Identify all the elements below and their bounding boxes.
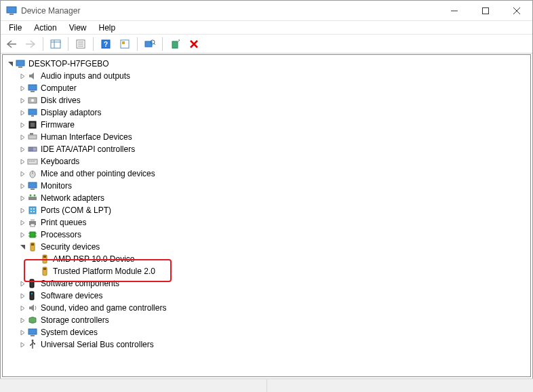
tree-root-node[interactable]: DESKTOP-H7FGEBO: [3, 58, 530, 70]
svg-line-19: [154, 43, 155, 45]
tree-node-label: Security devices: [41, 242, 100, 252]
expand-icon[interactable]: [18, 317, 27, 324]
tree-category-node[interactable]: Audio inputs and outputs: [3, 70, 530, 82]
tree-category-node[interactable]: System devices: [3, 326, 530, 338]
svg-point-52: [33, 211, 35, 212]
svg-rect-66: [43, 268, 46, 270]
monitor-icon: [27, 180, 38, 191]
expand-icon[interactable]: [18, 171, 27, 177]
tree-node-label: Display adaptors: [41, 108, 101, 117]
expand-icon[interactable]: [18, 342, 27, 348]
properties-button[interactable]: [73, 37, 89, 52]
network-icon: [27, 193, 38, 203]
tree-node-label: Audio inputs and outputs: [41, 71, 130, 81]
svg-rect-22: [18, 66, 22, 68]
expand-icon[interactable]: [18, 73, 27, 79]
svg-rect-44: [31, 189, 35, 190]
tree-category-node[interactable]: Sound, video and game controllers: [3, 302, 530, 314]
tree-category-node[interactable]: Software components: [3, 277, 530, 290]
display-icon: [27, 107, 38, 118]
svg-point-26: [31, 99, 34, 102]
tree-node-label: Processors: [41, 230, 81, 239]
collapse-icon[interactable]: [5, 61, 15, 67]
tree-category-node[interactable]: Ports (COM & LPT): [3, 204, 530, 216]
collapse-icon[interactable]: [18, 244, 27, 250]
svg-point-68: [31, 281, 33, 282]
action-button[interactable]: [117, 37, 133, 52]
toolbar-separator: [43, 37, 43, 51]
tree-category-node[interactable]: Security devices: [3, 241, 530, 253]
expand-icon[interactable]: [18, 85, 27, 92]
tree-category-node[interactable]: Disk drives: [3, 94, 530, 106]
tree-node-label: Software devices: [41, 291, 102, 300]
svg-text:?: ?: [104, 41, 108, 48]
expand-icon[interactable]: [18, 293, 27, 299]
svg-rect-31: [28, 135, 37, 139]
tree-category-node[interactable]: Computer: [3, 82, 530, 94]
tree-device-node[interactable]: AMD PSP 10.0 Device: [3, 253, 530, 265]
scan-hardware-button[interactable]: [142, 37, 158, 52]
expand-icon[interactable]: [18, 305, 27, 311]
expand-icon[interactable]: [18, 281, 27, 287]
menu-help[interactable]: Help: [94, 22, 121, 34]
tree-category-node[interactable]: Universal Serial Bus controllers: [3, 338, 530, 351]
tree-category-node[interactable]: Print queues: [3, 216, 530, 229]
remove-device-button[interactable]: [186, 37, 202, 52]
expand-icon[interactable]: [18, 146, 27, 153]
processor-icon: [27, 229, 38, 240]
tree-category-node[interactable]: Keyboards: [3, 155, 530, 168]
maximize-button[interactable]: [470, 1, 501, 21]
expand-icon[interactable]: [18, 330, 27, 336]
tree-category-node[interactable]: Storage controllers: [3, 314, 530, 326]
tree-category-node[interactable]: Software devices: [3, 290, 530, 302]
expand-icon[interactable]: [18, 134, 27, 140]
toolbar-separator: [93, 37, 94, 51]
menubar: File Action View Help: [1, 21, 532, 35]
expand-icon[interactable]: [18, 220, 27, 226]
tree-node-label: Sound, video and game controllers: [41, 303, 166, 313]
expand-icon[interactable]: [18, 232, 27, 238]
expand-icon[interactable]: [18, 159, 27, 165]
expand-icon[interactable]: [18, 122, 27, 128]
tree-category-node[interactable]: Mice and other pointing devices: [3, 168, 530, 180]
menu-view[interactable]: View: [64, 22, 92, 34]
svg-point-47: [34, 195, 36, 197]
tree-device-node[interactable]: Trusted Platform Module 2.0: [3, 265, 530, 277]
svg-rect-74: [34, 343, 35, 345]
tree-category-node[interactable]: Network adapters: [3, 192, 530, 204]
forward-button[interactable]: [22, 37, 39, 52]
svg-rect-71: [28, 329, 37, 334]
tree-node-label: Computer: [41, 83, 77, 93]
tree-node-label: Mice and other pointing devices: [41, 169, 155, 178]
expand-icon[interactable]: [18, 110, 27, 116]
menu-action[interactable]: Action: [28, 22, 62, 34]
device-tree-pane[interactable]: DESKTOP-H7FGEBOAudio inputs and outputsC…: [2, 54, 531, 377]
security-icon: [39, 254, 50, 264]
tree-category-node[interactable]: Display adaptors: [3, 106, 530, 119]
expand-icon[interactable]: [18, 195, 27, 201]
svg-rect-67: [30, 279, 34, 288]
expand-icon[interactable]: [18, 183, 27, 189]
close-button[interactable]: [501, 1, 532, 21]
titlebar: Device Manager: [1, 1, 532, 21]
tree-category-node[interactable]: Processors: [3, 229, 530, 241]
security-icon: [27, 241, 38, 252]
menu-file[interactable]: File: [3, 22, 27, 34]
tree-category-node[interactable]: Human Interface Devices: [3, 131, 530, 143]
usb-icon: [27, 339, 38, 350]
back-button[interactable]: [3, 37, 20, 52]
expand-icon[interactable]: [18, 98, 27, 104]
computer-icon: [27, 83, 38, 94]
help-button[interactable]: ?: [98, 37, 114, 52]
tree-category-node[interactable]: Monitors: [3, 180, 530, 192]
window-title: Device Manager: [21, 6, 439, 16]
add-legacy-button[interactable]: [167, 37, 183, 52]
minimize-button[interactable]: [439, 1, 470, 21]
expand-icon[interactable]: [18, 208, 27, 214]
show-hide-tree-button[interactable]: [47, 37, 64, 52]
tree-category-node[interactable]: IDE ATA/ATAPI controllers: [3, 143, 530, 155]
tree-node-label: Disk drives: [41, 96, 81, 105]
tree-category-node[interactable]: Firmware: [3, 119, 530, 131]
svg-rect-1: [9, 14, 14, 15]
window-controls: [439, 1, 532, 21]
